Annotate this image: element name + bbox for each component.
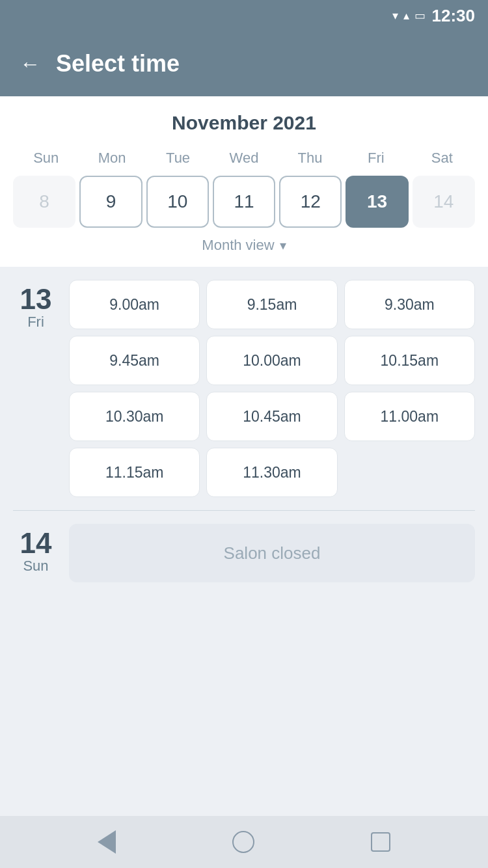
weekday-mon: Mon: [79, 147, 144, 169]
salon-closed-label: Salon closed: [224, 543, 321, 563]
time-slots-section: 13 Fri 9.00am 9.15am 9.30am 9.45am 10.00…: [0, 267, 488, 816]
dates-row: 8 9 10 11 12 13 14: [13, 176, 475, 228]
page-title: Select time: [56, 50, 180, 77]
nav-home-icon[interactable]: [232, 831, 254, 853]
status-time: 12:30: [432, 6, 476, 26]
time-slot-1030am[interactable]: 10.30am: [69, 392, 200, 441]
weekday-tue: Tue: [145, 147, 211, 169]
month-view-label: Month view: [202, 237, 274, 254]
weekday-fri: Fri: [343, 147, 409, 169]
day-label-13: 13 Fri: [13, 280, 59, 497]
date-10[interactable]: 10: [146, 176, 209, 228]
date-9[interactable]: 9: [79, 176, 142, 228]
weekday-thu: Thu: [277, 147, 343, 169]
day-number-14: 14: [20, 529, 52, 558]
date-14[interactable]: 14: [413, 176, 475, 228]
nav-recents-icon[interactable]: [371, 832, 390, 852]
date-13[interactable]: 13: [346, 176, 408, 228]
wifi-icon: ▾: [392, 8, 398, 23]
time-slot-1130am[interactable]: 11.30am: [206, 448, 337, 497]
bottom-nav: [0, 816, 488, 868]
chevron-down-icon: ▾: [280, 237, 286, 253]
month-year-label: November 2021: [13, 112, 475, 134]
back-button[interactable]: ←: [20, 52, 40, 76]
month-view-toggle[interactable]: Month view ▾: [13, 228, 475, 256]
day-name-14: Sun: [23, 558, 48, 575]
date-11[interactable]: 11: [213, 176, 275, 228]
time-slot-1015am[interactable]: 10.15am: [344, 336, 475, 385]
divider: [13, 510, 475, 511]
day-name-13: Fri: [27, 314, 44, 331]
time-slot-1045am[interactable]: 10.45am: [206, 392, 337, 441]
time-slot-945am[interactable]: 9.45am: [69, 336, 200, 385]
time-grid-13: 9.00am 9.15am 9.30am 9.45am 10.00am 10.1…: [69, 280, 475, 497]
weekday-sun: Sun: [13, 147, 79, 169]
calendar-section: November 2021 Sun Mon Tue Wed Thu Fri Sa…: [0, 96, 488, 267]
time-slot-930am[interactable]: 9.30am: [344, 280, 475, 329]
weekday-row: Sun Mon Tue Wed Thu Fri Sat: [13, 147, 475, 169]
time-slot-915am[interactable]: 9.15am: [206, 280, 337, 329]
day-block-13: 13 Fri 9.00am 9.15am 9.30am 9.45am 10.00…: [13, 280, 475, 497]
time-slot-1100am[interactable]: 11.00am: [344, 392, 475, 441]
nav-back-icon[interactable]: [98, 830, 116, 854]
time-slot-900am[interactable]: 9.00am: [69, 280, 200, 329]
battery-icon: ▭: [414, 8, 426, 23]
date-8[interactable]: 8: [13, 176, 75, 228]
day-label-14: 14 Sun: [13, 524, 59, 582]
day-number-13: 13: [20, 285, 52, 314]
header: ← Select time: [0, 31, 488, 96]
status-bar: ▾ ▴ ▭ 12:30: [0, 0, 488, 31]
status-icons: ▾ ▴ ▭: [392, 8, 426, 23]
weekday-wed: Wed: [211, 147, 277, 169]
time-slot-1000am[interactable]: 10.00am: [206, 336, 337, 385]
date-12[interactable]: 12: [279, 176, 342, 228]
weekday-sat: Sat: [409, 147, 475, 169]
time-slot-1115am[interactable]: 11.15am: [69, 448, 200, 497]
day-block-14: 14 Sun Salon closed: [13, 524, 475, 582]
signal-icon: ▴: [403, 8, 409, 23]
salon-closed-box: Salon closed: [69, 524, 475, 582]
